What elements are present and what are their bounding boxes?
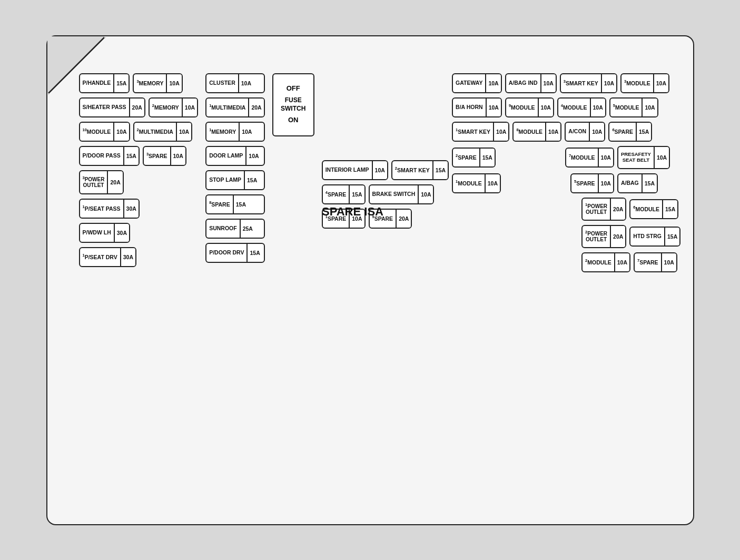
fuse-2multimedia: 2MULTIMEDIA 10A xyxy=(133,122,193,142)
switch-title: FUSESWITCH xyxy=(281,96,305,113)
fuse-1smart-key: 1SMART KEY 10A xyxy=(452,122,509,142)
fuse-6spare: 6SPARE 15A xyxy=(608,122,652,142)
fuse-2memory: 2MEMORY 10A xyxy=(149,97,198,117)
fuse-2smart-key: 2SMART KEY 15A xyxy=(391,160,449,180)
panel-content: P/HANDLE 15A 3MEMORY 10A S/HEATER PASS 2… xyxy=(79,68,677,508)
fuse-row-1: P/HANDLE 15A 3MEMORY 10A xyxy=(79,73,199,93)
fuse-1module: 1MODULE 10A xyxy=(452,173,501,193)
fuse-abag: A/BAG 15A xyxy=(617,173,658,193)
fuse-grid: P/HANDLE 15A 3MEMORY 10A S/HEATER PASS 2… xyxy=(79,73,677,277)
fuse-row-5: 3POWEROUTLET 20A xyxy=(79,170,199,194)
fuse-sheater-pass: S/HEATER PASS 20A xyxy=(79,97,145,117)
fuse-sunroof: SUNROOF 25A xyxy=(205,219,265,239)
fuse-cluster: CLUSTER 10A xyxy=(205,73,265,93)
right-row-2: B/A HORN 10A 9MODULE 10A 4MODULE 10A 5MO… xyxy=(452,97,680,117)
fuse-6module: 6MODULE 15A xyxy=(629,199,678,219)
fuse-pdoor-pass: P/DOOR PASS 15A xyxy=(79,146,140,166)
fuse-pdoor-drv: P/DOOR DRV 15A xyxy=(205,243,265,263)
fuse-row-3: 10MODULE 10A 2MULTIMEDIA 10A xyxy=(79,122,199,142)
fuse-ba-horn: B/A HORN 10A xyxy=(452,97,502,117)
fuse-3smart-key: 3SMART KEY 10A xyxy=(560,73,617,93)
fuse-row-7: P/WDW LH 30A xyxy=(79,223,199,243)
fuse-abag-ind: A/BAG IND 10A xyxy=(505,73,557,93)
fuse-door-lamp: DOOR LAMP 10A xyxy=(205,146,265,166)
right-row-1: GATEWAY 10A A/BAG IND 10A 3SMART KEY 10A… xyxy=(452,73,680,93)
right-row-4: 2SPARE 15A 7MODULE 10A PRESAFETYSEAT BEL… xyxy=(452,146,680,169)
fuse-4spare: 4SPARE 15A xyxy=(322,184,366,204)
fuse-panel: P/HANDLE 15A 3MEMORY 10A S/HEATER PASS 2… xyxy=(46,35,694,525)
fuse-9module: 9MODULE 10A xyxy=(505,97,554,117)
switch-on-label: ON xyxy=(288,116,299,125)
fuse-3memory-1: 3MEMORY 10A xyxy=(133,73,182,93)
fuse-row-8: 1P/SEAT DRV 30A xyxy=(79,247,199,267)
fuse-presafety: PRESAFETYSEAT BELT 10A xyxy=(617,146,670,169)
fuse-switch: OFF FUSESWITCH ON xyxy=(272,73,314,136)
fuse-p-handle: P/HANDLE 15A xyxy=(79,73,130,93)
fuse-gateway: GATEWAY 10A xyxy=(452,73,502,93)
fuse-8spare: 8SPARE 15A xyxy=(205,194,265,214)
fuse-2power-outlet: 2POWEROUTLET 20A xyxy=(581,225,626,248)
fuse-1pseat-pass: 1P/SEAT PASS 30A xyxy=(79,199,140,219)
fuse-row-6: 1P/SEAT PASS 30A xyxy=(79,199,199,219)
right-row-7: 2POWEROUTLET 20A HTD STRG 15A xyxy=(452,225,680,248)
fuse-5module: 5MODULE 10A xyxy=(609,97,658,117)
right-row-6: 1POWEROUTLET 20A 6MODULE 15A xyxy=(452,198,680,221)
fuse-stop-lamp: STOP LAMP 15A xyxy=(205,170,265,190)
right-row-5: 1MODULE 10A 5SPARE 10A A/BAG 15A xyxy=(452,173,680,193)
fuse-2spare: 2SPARE 15A xyxy=(452,148,496,168)
fuse-2module: 2MODULE 10A xyxy=(581,252,630,272)
fuse-row-2: S/HEATER PASS 20A 2MEMORY 10A xyxy=(79,97,199,117)
fuse-3power-outlet: 3POWEROUTLET 20A xyxy=(79,170,124,194)
left-col1: P/HANDLE 15A 3MEMORY 10A S/HEATER PASS 2… xyxy=(79,73,199,267)
fuse-7module: 7MODULE 10A xyxy=(565,148,614,168)
spare-isa-label: SPARE ISA xyxy=(311,205,395,219)
fuse-5spare: 5SPARE 10A xyxy=(570,173,614,193)
fuse-pwdw-lh: P/WDW LH 30A xyxy=(79,223,131,243)
fuse-1multimedia: 1MULTIMEDIA 20A xyxy=(205,97,265,117)
fuse-1memory: 1MEMORY 10A xyxy=(205,122,265,142)
fuse-8module: 8MODULE 10A xyxy=(512,122,561,142)
fuse-brake-switch: BRAKE SWITCH 10A xyxy=(369,184,435,204)
interior-lamp-row: INTERIOR LAMP 10A 2SMART KEY 15A xyxy=(322,160,449,180)
fuse-acon: A/CON 10A xyxy=(565,122,605,142)
switch-off-label: OFF xyxy=(287,84,300,93)
fuse-3module: 3MODULE 10A xyxy=(620,73,669,93)
4spare-row: 4SPARE 15A BRAKE SWITCH 10A xyxy=(322,184,449,204)
fuse-1power-outlet: 1POWEROUTLET 20A xyxy=(581,198,626,221)
fuse-row-4: P/DOOR PASS 15A 3SPARE 10A xyxy=(79,146,199,166)
fuse-switch-section: OFF FUSESWITCH ON xyxy=(272,73,314,145)
fuse-interior-lamp: INTERIOR LAMP 10A xyxy=(322,160,388,180)
right-row-3: 1SMART KEY 10A 8MODULE 10A A/CON 10A 6SP… xyxy=(452,122,680,142)
fuse-1pseat-drv: 1P/SEAT DRV 30A xyxy=(79,247,136,267)
fuse-3spare: 3SPARE 10A xyxy=(143,146,186,166)
fuse-htd-strg: HTD STRG 15A xyxy=(629,227,680,247)
fuse-7spare: 7SPARE 10A xyxy=(634,252,677,272)
fuse-10module: 10MODULE 10A xyxy=(79,122,130,142)
fuse-4module: 4MODULE 10A xyxy=(557,97,606,117)
right-main: GATEWAY 10A A/BAG IND 10A 3SMART KEY 10A… xyxy=(452,73,680,277)
middle-col: CLUSTER 10A 1MULTIMEDIA 20A 1MEMORY 10A … xyxy=(205,73,265,263)
right-row-8: 2MODULE 10A 7SPARE 10A xyxy=(452,252,680,272)
